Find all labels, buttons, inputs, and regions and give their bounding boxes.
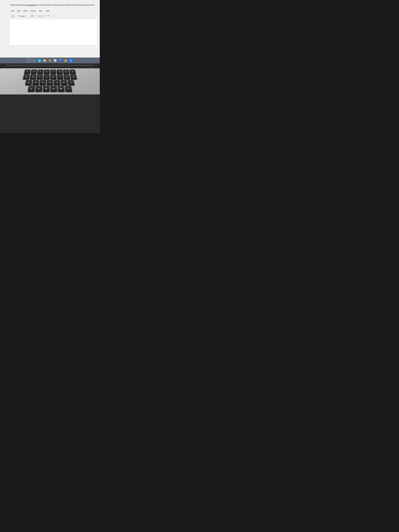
key-k[interactable]: K ② xyxy=(61,80,67,85)
key-n[interactable]: N xyxy=(50,86,57,92)
chrome-icon xyxy=(64,59,67,62)
key-v[interactable]: V xyxy=(35,86,42,92)
keyboard-area: # 3 $ 4 % 5 ^ 6 & 7 * 8 xyxy=(0,63,100,133)
key-p[interactable]: P xyxy=(70,74,77,79)
menu-view[interactable]: View xyxy=(17,10,21,12)
font-color-group[interactable]: A ∨ xyxy=(41,15,43,17)
font-size-select[interactable]: 12pt ∨ xyxy=(11,15,17,17)
toolbar: 12pt ∨ Paragraph ∨ B I U A ∨ ≡ ∨ T2 ∨ xyxy=(11,14,96,18)
superscript-label: T2 xyxy=(48,15,49,17)
key-i[interactable]: I xyxy=(57,74,63,79)
menu-insert[interactable]: Insert xyxy=(23,10,28,12)
question-rest: can be screened for using an enzyme-link… xyxy=(37,4,95,6)
more-options-button[interactable]: ⋮ xyxy=(54,15,57,17)
document-canvas[interactable] xyxy=(9,19,97,45)
line-spacing-icon: ≡ xyxy=(44,15,45,17)
key-c[interactable]: C xyxy=(28,86,35,92)
key-6[interactable]: ^ 6 xyxy=(44,70,50,74)
paragraph-chevron: ∨ xyxy=(26,15,27,17)
key-e[interactable]: E xyxy=(23,74,30,79)
search-button[interactable]: ○ xyxy=(26,58,31,63)
search-icon: ○ xyxy=(28,59,29,62)
email-button[interactable] xyxy=(58,58,63,63)
key-f[interactable]: F xyxy=(32,80,39,85)
windows-icon xyxy=(54,59,56,62)
email-icon xyxy=(59,59,62,62)
folder-button[interactable]: 📁 xyxy=(42,58,47,63)
underline-button[interactable]: U xyxy=(37,15,40,17)
question-text: Briefly describe how viral antigens can … xyxy=(11,4,96,6)
chrome-button[interactable] xyxy=(63,58,68,63)
qwerty-row: E R T Y U 4 I O 5 P xyxy=(0,74,100,79)
key-r[interactable]: R xyxy=(30,74,36,79)
key-g[interactable]: G xyxy=(39,80,46,85)
menu-bar: Edit View Insert Format Tools Table xyxy=(11,9,96,13)
menu-table[interactable]: Table xyxy=(45,10,50,12)
taskbar: ○ ⊟ e 📁 🔒 xyxy=(0,57,100,63)
menu-format[interactable]: Format xyxy=(30,10,36,12)
italic-button[interactable]: I xyxy=(34,15,36,17)
key-4[interactable]: $ 4 xyxy=(31,70,37,74)
key-9[interactable]: ( 9 xyxy=(63,70,69,74)
task-view-icon: ⊟ xyxy=(33,59,35,62)
folder-icon: 📁 xyxy=(43,59,46,62)
key-5[interactable]: % 5 xyxy=(37,70,43,74)
font-color-label: A xyxy=(41,15,42,17)
number-row: # 3 $ 4 % 5 ^ 6 & 7 * 8 xyxy=(0,70,100,74)
key-t[interactable]: T xyxy=(37,74,43,79)
superscript-group[interactable]: T2 ∨ xyxy=(48,15,50,17)
key-7[interactable]: & 7 xyxy=(50,70,56,74)
viral-antigens-link: viral antigens xyxy=(26,4,37,6)
font-size-chevron: ∨ xyxy=(15,15,16,17)
key-u[interactable]: U 4 xyxy=(50,74,57,79)
key-3[interactable]: # 3 xyxy=(24,70,31,74)
key-h[interactable]: H xyxy=(47,80,53,85)
task-view-button[interactable]: ⊟ xyxy=(32,58,36,63)
menu-edit[interactable]: Edit xyxy=(11,10,14,12)
key-0[interactable]: ) 0 xyxy=(69,70,76,74)
key-o[interactable]: O 5 xyxy=(63,74,70,79)
key-j[interactable]: J ① xyxy=(54,80,60,85)
word-button[interactable]: W xyxy=(69,58,73,63)
word-icon: W xyxy=(69,58,73,62)
paragraph-select[interactable]: Paragraph ∨ xyxy=(18,15,27,17)
windows-button[interactable] xyxy=(53,58,57,63)
font-size-value: 12pt xyxy=(12,15,14,17)
store-button[interactable]: 🔒 xyxy=(48,58,52,63)
key-b[interactable]: B xyxy=(43,86,50,92)
keyboard: # 3 $ 4 % 5 ^ 6 & 7 * 8 xyxy=(0,68,100,95)
word-active-indicator xyxy=(70,62,73,62)
key-m[interactable]: M ⊙ xyxy=(57,86,64,92)
zxcv-row: C V B N M ⊙ < xyxy=(0,86,100,92)
key-y[interactable]: Y xyxy=(43,74,50,79)
speaker-grill xyxy=(6,65,94,66)
paragraph-value: Paragraph xyxy=(19,15,25,17)
edge-icon: e xyxy=(38,59,41,62)
key-l[interactable]: L ③ xyxy=(67,80,75,85)
menu-tools[interactable]: Tools xyxy=(38,10,43,12)
edge-browser-button[interactable]: e xyxy=(37,58,42,63)
bold-button[interactable]: B xyxy=(31,15,33,17)
toolbar-divider-1 xyxy=(29,15,29,17)
screen: Briefly describe how viral antigens can … xyxy=(0,0,100,63)
document-area: Briefly describe how viral antigens can … xyxy=(0,0,100,58)
key-d[interactable]: D xyxy=(25,80,32,85)
line-spacing-group[interactable]: ≡ ∨ xyxy=(44,15,46,17)
store-icon: 🔒 xyxy=(48,59,51,62)
key-less-than[interactable]: < xyxy=(65,86,72,92)
asdf-row: D F G H J ① K ② L ③ xyxy=(0,80,100,85)
font-color-chevron: ∨ xyxy=(42,15,43,17)
edge-letter: e xyxy=(39,59,40,62)
key-8[interactable]: * 8 xyxy=(57,70,63,74)
